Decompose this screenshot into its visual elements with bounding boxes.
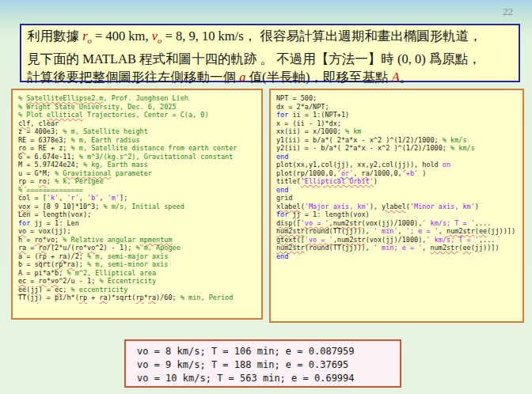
text-line: b = sqrt(rp*ra); % m, semi-minor axis bbox=[18, 260, 256, 269]
text-line: vo = 9 km/s; T = 188 min; e = 0.37695 bbox=[137, 358, 389, 372]
matlab-code-panel-right: NPT = 500;dx = 2*a/NPT;for ii = 1:(NPT+1… bbox=[269, 89, 524, 323]
matlab-code-panel-left: % SatelliteEllipse2.m, Prof. Junghsen Li… bbox=[11, 89, 263, 320]
text-line: G = 6.674e-11; % m^3/(kg.s^2), Gravitati… bbox=[18, 153, 256, 161]
text-line: a = (rp + ra)/2; % m, semi-major axis bbox=[18, 252, 256, 261]
text-line: end bbox=[276, 153, 517, 161]
text-line: h = ro*vo; % Relative angular mpmentum bbox=[18, 236, 256, 244]
text-line: rp = ro; % k, Perigee bbox=[18, 177, 256, 186]
text-line: title('Elliptical Orbit') bbox=[276, 177, 517, 186]
text-line: grid bbox=[276, 194, 517, 203]
text-line: M = 5.97424e24; % kg, Earth mass bbox=[18, 161, 256, 169]
text-line: RE = 6378e3; % m, Earth radius bbox=[18, 136, 256, 145]
text-line: z = 400e3; % m, Satellite height bbox=[18, 127, 256, 136]
text-line: disp(['vo = ',num2str(vox(jj)/1000),' km… bbox=[276, 219, 517, 228]
title-box: 利用數據 ro = 400 km, vo = 8, 9, 10 km/s， 很容… bbox=[20, 24, 520, 82]
text-line: y2(ii) = - b/a*( 2*a*x - x^2 )^(1/2)/100… bbox=[276, 144, 517, 153]
text-line: ec = ro*vo^2/u - 1; % Eccentricity bbox=[18, 277, 256, 286]
text-line: num2str(round(TT(jj))), ' min', '; e = '… bbox=[276, 227, 517, 236]
text-line: TT(jj) = pi/h*(rp + ra)*sqrt(rp*ra)/60; … bbox=[18, 294, 256, 302]
text-line: gtext(['vo = ',num2str(vox(jj)/1000),' k… bbox=[276, 236, 517, 244]
text-line: for ii = 1:(NPT+1) bbox=[276, 111, 517, 119]
text-line: x = (ii - 1)*dx; bbox=[276, 119, 517, 128]
text-line: xlabel('Major axis, km'), ylabel('Minor … bbox=[276, 203, 517, 211]
text-line: NPT = 500; bbox=[276, 94, 517, 103]
text-line: % Plot ellitical Trajectories, Center = … bbox=[18, 111, 256, 119]
text-line: vo = 10 km/s; T = 563 min; e = 0.69994 bbox=[137, 372, 389, 385]
text-line: plot(xx,y1,col(jj), xx,y2,col(jj)), hold… bbox=[276, 161, 517, 169]
text-line: plot(rp/1000,0,'or', ra/1000,0,'+b' ) bbox=[276, 169, 517, 178]
text-line: end bbox=[276, 252, 517, 261]
text-line: 利用數據 ro = 400 km, vo = 8, 9, 10 km/s， 很容… bbox=[27, 27, 513, 50]
text-line: num2str(round(TT(jj))), ' min; e = ', nu… bbox=[276, 244, 517, 252]
text-line: clf, clear bbox=[18, 119, 256, 128]
text-line: dx = 2*a/NPT; bbox=[276, 103, 517, 112]
text-line: ra = ro/(2*u/(ro*vo^2) - 1); % m, Apogee bbox=[18, 244, 256, 252]
text-line: vox = [8 9 10]*10^3; % m/s, Initial spee… bbox=[18, 203, 256, 211]
text-line: for jj = 1: length(vox) bbox=[276, 210, 517, 219]
matlab-output-box: vo = 8 km/s; T = 106 min; e = 0.087959vo… bbox=[124, 339, 401, 388]
text-line: col = ['k', 'r', 'b', 'm']; bbox=[18, 194, 256, 203]
text-line: xx(ii) = x/1000; % km bbox=[276, 127, 517, 136]
text-line: 見下面的 MATLAB 程式和圖十四的軌跡 。 不過用【方法一】時 (0, 0)… bbox=[27, 50, 513, 68]
text-line: y1(ii) = b/a*( 2*a*x - x^2 )^(1/2)/1000;… bbox=[276, 136, 517, 145]
text-line: vo = vox(jj); bbox=[18, 227, 256, 236]
text-line: u = G*M; % Gravitaional parameter bbox=[18, 169, 256, 178]
text-line: % ============== bbox=[18, 186, 256, 195]
text-line: for jj = 1: Len bbox=[18, 219, 256, 228]
text-line: % Wright State University, Dec. 6, 2025 bbox=[18, 103, 256, 112]
text-line: 計算後要把整個圖形往左側移動一個 a 值(半長軸)，即移至基點 A。 bbox=[27, 68, 513, 86]
text-line: ee(jj) = ec; % eccentricity bbox=[18, 286, 256, 294]
text-line: vo = 8 km/s; T = 106 min; e = 0.087959 bbox=[137, 345, 389, 358]
page-number: 22 bbox=[503, 6, 513, 18]
text-line: % SatelliteEllipse2.m, Prof. Junghsen Li… bbox=[18, 94, 256, 103]
text-line: ro = RE + z; % m, Satellite distance fro… bbox=[18, 144, 256, 153]
text-line: A = pi*a*b; % m^2, Elliptical area bbox=[18, 269, 256, 278]
text-line: end bbox=[276, 186, 517, 195]
text-line: Len = length(vox); bbox=[18, 210, 256, 219]
